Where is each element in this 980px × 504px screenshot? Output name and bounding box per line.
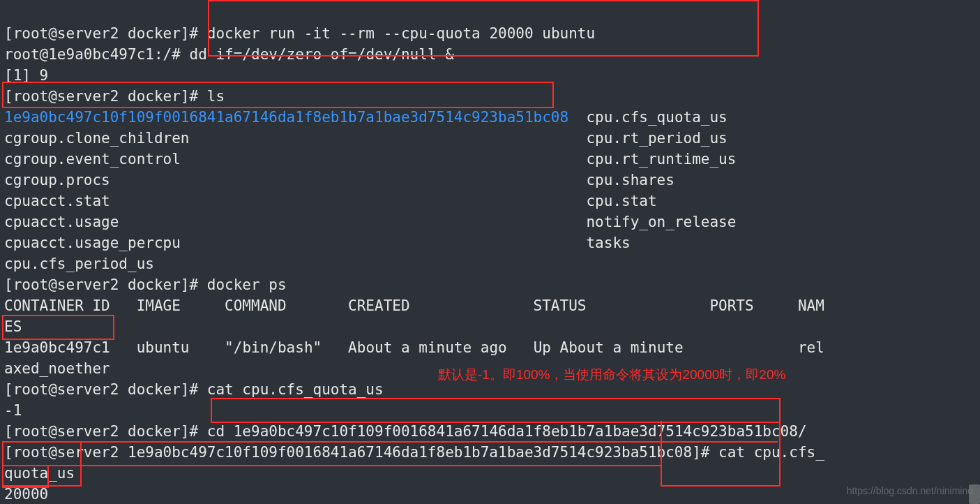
ls-entry: notify_on_release <box>586 214 736 230</box>
ls-entry: cpuacct.usage_percpu <box>4 235 181 251</box>
ls-entry: cpuacct.stat <box>4 193 110 209</box>
watermark: https://blog.csdn.net/ninimino <box>847 480 973 501</box>
ls-entry: cpu.rt_runtime_us <box>586 151 736 168</box>
ls-entry: cpu.rt_period_us <box>586 130 727 147</box>
ls-entry: cpu.cfs_quota_us <box>586 109 727 126</box>
ps-header: CONTAINER ID IMAGE COMMAND CREATED STATU… <box>4 297 824 335</box>
cmd-docker-ps: docker ps <box>207 276 287 293</box>
bg-job: [1] 9 <box>4 67 48 84</box>
cmd-docker-run: docker run -it --rm --cpu-quota 20000 ub… <box>207 25 595 42</box>
ls-entry: tasks <box>586 235 630 251</box>
ps-row-id: 1e9a0bc497c1 <box>4 339 110 356</box>
container-prompt: root@1e9a0bc497c1:/# <box>4 46 190 63</box>
ps-row-image: ubuntu <box>137 339 190 356</box>
ps-row-created: About a minute ago <box>348 339 507 356</box>
prompt: [root@server2 docker]# <box>4 423 207 440</box>
ls-entry: cpu.shares <box>586 172 674 188</box>
cmd-cd: cd 1e9a0bc497c10f109f0016841a67146da1f8e… <box>207 423 807 440</box>
ps-row-status: Up About a minute <box>534 339 684 356</box>
prompt: [root@server2 docker]# <box>4 88 207 105</box>
prompt: [root@server2 docker]# <box>4 25 207 42</box>
ls-entry: cgroup.clone_children <box>4 130 190 147</box>
ls-entry-dir: 1e9a0bc497c10f109f0016841a67146da1f8eb1b… <box>4 109 568 126</box>
ls-entry: cpu.cfs_period_us <box>4 255 154 272</box>
ls-entry: cpuacct.usage <box>4 214 119 230</box>
ls-entry: cgroup.procs <box>4 172 110 188</box>
cat2-output: 20000 <box>4 486 48 503</box>
cmd-dd: dd if=/dev/zero of=/dev/null & <box>190 46 454 63</box>
prompt: [root@server2 docker]# <box>4 276 207 293</box>
ls-entry: cgroup.event_control <box>4 151 181 168</box>
ls-entry: cpu.stat <box>586 193 656 209</box>
cmd-ls: ls <box>207 88 225 105</box>
annotation-text: 默认是-1。即100%，当使用命令将其设为20000时，即20% <box>438 364 785 385</box>
prompt: [root@server2 docker]# <box>4 381 207 398</box>
long-prompt: [root@server2 1e9a0bc497c10f109f0016841a… <box>4 444 718 461</box>
terminal-output[interactable]: [root@server2 docker]# docker run -it --… <box>0 0 980 504</box>
cmd-cat1: cat cpu.cfs_quota_us <box>207 381 384 398</box>
scrollbar-thumb[interactable] <box>969 484 980 504</box>
ps-row-command: "/bin/bash" <box>225 339 322 356</box>
cat1-output: -1 <box>4 402 22 419</box>
